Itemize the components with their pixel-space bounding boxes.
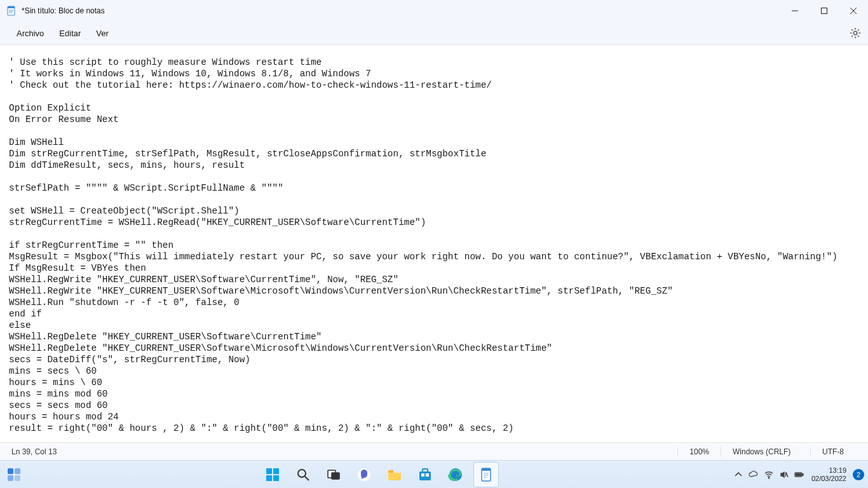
onedrive-icon[interactable]: [747, 462, 761, 487]
chat-button[interactable]: [351, 462, 377, 487]
volume-icon[interactable]: [777, 462, 791, 487]
svg-rect-13: [15, 475, 20, 481]
notepad-window: *Sin título: Bloc de notas Archivo Edita…: [0, 0, 868, 460]
svg-point-34: [768, 477, 770, 478]
tray-overflow-icon[interactable]: [731, 462, 745, 487]
wifi-icon[interactable]: [762, 462, 776, 487]
clock-date: 02/03/2022: [811, 475, 846, 483]
statusbar: Ln 39, Col 13 100% Windows (CRLF) UTF-8: [0, 442, 868, 460]
svg-rect-15: [273, 468, 279, 474]
titlebar[interactable]: *Sin título: Bloc de notas: [0, 0, 868, 22]
svg-rect-26: [421, 473, 424, 477]
text-editor[interactable]: ' Use this script to roughly measure Win…: [0, 45, 868, 442]
menu-edit[interactable]: Editar: [51, 25, 88, 42]
svg-rect-38: [796, 473, 801, 475]
taskbar-clock[interactable]: 13:19 02/03/2022: [808, 466, 850, 483]
menu-view[interactable]: Ver: [88, 25, 116, 42]
window-title: *Sin título: Bloc de notas: [22, 6, 105, 15]
svg-rect-11: [15, 468, 20, 474]
close-button[interactable]: [839, 0, 868, 22]
svg-rect-10: [8, 468, 13, 474]
svg-rect-25: [423, 469, 428, 472]
menubar: Archivo Editar Ver: [0, 22, 868, 44]
svg-rect-27: [426, 473, 429, 477]
settings-button[interactable]: [849, 27, 862, 39]
notepad-taskbar-button[interactable]: [473, 462, 499, 487]
status-encoding: UTF-8: [811, 447, 868, 456]
svg-rect-16: [266, 475, 272, 481]
status-line-ending: Windows (CRLF): [721, 447, 810, 456]
maximize-button[interactable]: [810, 0, 839, 22]
svg-rect-30: [482, 468, 491, 471]
minimize-button[interactable]: [780, 0, 810, 22]
svg-rect-12: [8, 475, 13, 481]
taskbar: 13:19 02/03/2022 2: [0, 460, 868, 488]
battery-icon[interactable]: [792, 462, 806, 487]
start-button[interactable]: [260, 462, 285, 487]
task-view-button[interactable]: [321, 462, 346, 487]
svg-rect-24: [419, 471, 431, 480]
svg-line-19: [305, 477, 309, 480]
widgets-button[interactable]: [1, 462, 27, 487]
svg-rect-21: [332, 473, 339, 479]
notification-badge[interactable]: 2: [853, 469, 864, 480]
svg-point-9: [853, 31, 857, 35]
svg-rect-37: [802, 473, 803, 475]
svg-rect-23: [388, 470, 393, 473]
svg-rect-17: [273, 475, 279, 481]
svg-rect-14: [266, 468, 272, 474]
menu-file[interactable]: Archivo: [9, 25, 51, 42]
status-zoom[interactable]: 100%: [678, 447, 721, 456]
notepad-icon: [6, 6, 17, 16]
status-cursor: Ln 39, Col 13: [0, 447, 68, 456]
store-button[interactable]: [412, 462, 438, 487]
svg-rect-1: [8, 6, 15, 8]
clock-time: 13:19: [811, 466, 846, 475]
svg-point-18: [298, 470, 306, 477]
edge-button[interactable]: [443, 462, 468, 487]
search-button[interactable]: [290, 462, 316, 487]
svg-rect-6: [822, 8, 827, 14]
explorer-button[interactable]: [382, 462, 407, 487]
